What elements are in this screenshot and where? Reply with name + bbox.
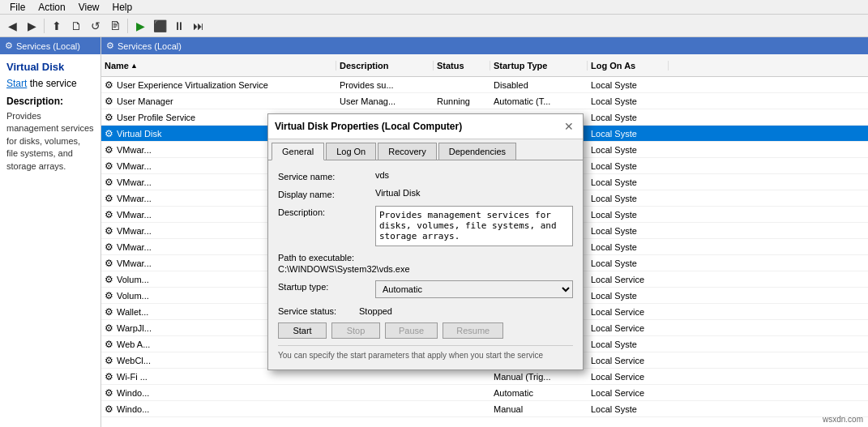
service-icon: ⚙: [105, 274, 113, 285]
selected-service-name: Virtual Disk: [6, 61, 94, 73]
table-row[interactable]: ⚙ Windo... Manual Local Syste: [101, 401, 868, 417]
description-label: Description:: [278, 206, 375, 217]
tab-recovery[interactable]: Recovery: [378, 143, 436, 160]
service-icon: ⚙: [105, 387, 113, 399]
link-suffix: the service: [27, 78, 76, 89]
toolbar-refresh[interactable]: ↺: [87, 17, 105, 35]
toolbar-skip[interactable]: ⏭: [190, 17, 207, 35]
toolbar-pause[interactable]: ⏸: [170, 17, 188, 35]
tab-dependencies[interactable]: Dependencies: [438, 143, 516, 160]
services-local-icon: ⚙: [5, 41, 13, 51]
service-icon: ⚙: [105, 225, 113, 237]
tabs-bar: GeneralLog OnRecoveryDependencies: [268, 139, 583, 160]
tab-log-on[interactable]: Log On: [326, 143, 376, 160]
menu-action[interactable]: Action: [32, 0, 71, 15]
toolbar: ◀ ▶ ⬆ 🗋 ↺ 🖹 ▶ ⬛ ⏸ ⏭: [0, 15, 868, 37]
path-value: C:\WINDOWS\System32\vds.exe: [278, 264, 573, 274]
service-icon: ⚙: [105, 306, 113, 318]
toolbar-forward[interactable]: ▶: [23, 17, 41, 35]
toolbar-page[interactable]: 🗋: [67, 17, 85, 35]
startup-type-row: Startup type: AutomaticManualDisabledAut…: [278, 280, 573, 298]
table-row[interactable]: ⚙ Windo... Automatic Local Service: [101, 385, 868, 401]
service-icon: ⚙: [105, 144, 113, 156]
col-header-description[interactable]: Description: [336, 61, 434, 70]
description-row: Description:: [278, 206, 573, 246]
toolbar-export[interactable]: 🖹: [106, 17, 124, 35]
desc-text: Provides management services for disks, …: [6, 110, 94, 173]
toolbar-play[interactable]: ▶: [131, 17, 149, 35]
left-panel-title: Services (Local): [16, 41, 80, 51]
service-link-row: Start the service: [6, 78, 94, 89]
service-icon: ⚙: [105, 209, 113, 220]
stop-button[interactable]: Stop: [331, 322, 380, 339]
status-value: Stopped: [359, 306, 392, 316]
service-icon: ⚙: [105, 79, 113, 91]
service-icon: ⚙: [105, 339, 113, 350]
menu-bar: File Action View Help: [0, 0, 868, 15]
table-row[interactable]: ⚙ User Experience Virtualization Service…: [101, 77, 868, 93]
pause-button[interactable]: Pause: [385, 322, 438, 339]
toolbar-stop[interactable]: ⬛: [151, 17, 169, 35]
left-nav-panel: ⚙ Services (Local) Virtual Disk Start th…: [0, 37, 101, 427]
service-name-row: Service name: vds: [278, 170, 573, 181]
modal-titlebar: Virtual Disk Properties (Local Computer)…: [268, 114, 583, 139]
table-header: Name▲ Description Status Startup Type Lo…: [101, 54, 868, 77]
col-header-name[interactable]: Name▲: [101, 61, 336, 70]
start-button[interactable]: Start: [278, 322, 327, 339]
service-icon: ⚙: [105, 290, 113, 301]
service-icon: ⚙: [105, 112, 113, 123]
info-panel: Virtual Disk Start the service Descripti…: [0, 54, 100, 427]
desc-label: Description:: [6, 96, 94, 107]
toolbar-up[interactable]: ⬆: [48, 17, 66, 35]
table-row[interactable]: ⚙ Wi-Fi ... Manual (Trig... Local Servic…: [101, 369, 868, 385]
service-name-value: vds: [375, 170, 389, 180]
service-icon: ⚙: [105, 193, 113, 204]
resume-button[interactable]: Resume: [443, 322, 503, 339]
modal-title: Virtual Disk Properties (Local Computer): [275, 121, 462, 132]
hint-text: You can specify the start parameters tha…: [278, 345, 573, 360]
service-icon: ⚙: [105, 371, 113, 382]
col-header-logon[interactable]: Log On As: [588, 61, 669, 70]
menu-help[interactable]: Help: [106, 0, 139, 15]
menu-view[interactable]: View: [72, 0, 106, 15]
services-pane-header: ⚙ Services (Local): [101, 37, 868, 54]
service-icon: ⚙: [105, 355, 113, 366]
services-pane-icon: ⚙: [106, 41, 114, 51]
col-header-startup[interactable]: Startup Type: [490, 61, 588, 70]
watermark: wsxdn.com: [823, 415, 863, 424]
service-icon: ⚙: [105, 96, 113, 107]
display-name-row: Display name: Virtual Disk: [278, 188, 573, 199]
service-icon: ⚙: [105, 258, 113, 269]
startup-type-select[interactable]: AutomaticManualDisabledAutomatic (Delaye…: [375, 280, 573, 298]
menu-file[interactable]: File: [3, 0, 32, 15]
toolbar-back[interactable]: ◀: [3, 17, 21, 35]
display-name-label: Display name:: [278, 188, 375, 199]
table-row[interactable]: ⚙ User Manager User Manag... Running Aut…: [101, 93, 868, 109]
modal-close-button[interactable]: ✕: [562, 119, 576, 134]
description-textarea[interactable]: [375, 206, 573, 246]
display-name-value: Virtual Disk: [375, 188, 420, 198]
service-name-label: Service name:: [278, 170, 375, 181]
startup-type-label: Startup type:: [278, 280, 375, 292]
path-section: Path to executable: C:\WINDOWS\System32\…: [278, 253, 573, 274]
service-icon: ⚙: [105, 404, 113, 415]
action-buttons: Start Stop Pause Resume: [278, 322, 573, 339]
service-icon: ⚙: [105, 241, 113, 253]
col-header-status[interactable]: Status: [434, 61, 490, 70]
status-label: Service status:: [278, 306, 359, 316]
status-row: Service status: Stopped: [278, 306, 573, 316]
service-icon: ⚙: [105, 128, 113, 139]
tab-general[interactable]: General: [272, 143, 324, 160]
modal-body: Service name: vds Display name: Virtual …: [268, 160, 583, 369]
services-pane-title: Services (Local): [118, 41, 182, 51]
service-icon: ⚙: [105, 160, 113, 172]
service-icon: ⚙: [105, 177, 113, 188]
service-icon: ⚙: [105, 322, 113, 334]
path-label: Path to executable:: [278, 253, 573, 263]
properties-dialog: Virtual Disk Properties (Local Computer)…: [267, 113, 584, 370]
start-service-link[interactable]: Start: [6, 78, 27, 89]
left-panel-header: ⚙ Services (Local): [0, 37, 100, 54]
